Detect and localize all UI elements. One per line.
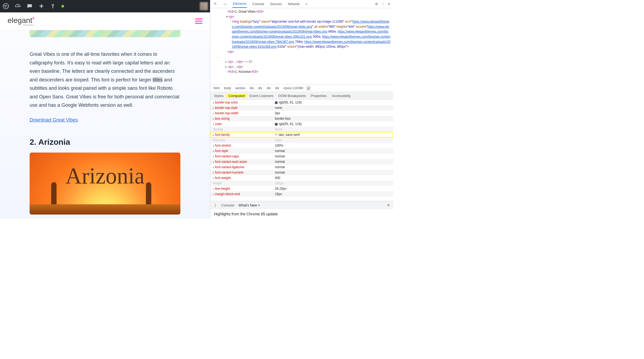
dom-node[interactable]: <h3>2. Arizonia</h3>	[216, 69, 391, 74]
pane-tab-styles[interactable]: Styles	[214, 94, 223, 98]
dashboard-icon[interactable]	[14, 2, 22, 10]
page-content: Great Vibes is one of the all-time favor…	[0, 30, 210, 219]
logo-text: elegant	[8, 16, 32, 25]
dom-node[interactable]: </p>	[216, 49, 391, 54]
breadcrumb[interactable]: html body section div div div div #post-…	[210, 84, 393, 92]
settings-icon[interactable]: ⚙	[375, 2, 378, 6]
tab-elements[interactable]: Elements	[232, 0, 247, 8]
crumb[interactable]: #post-110380	[282, 86, 305, 91]
devtools-toolbar: ⇱ ▭ Elements Console Sources Network » ⚙…	[210, 0, 393, 8]
dom-node[interactable]: ▸ <p>…</p>	[216, 64, 391, 70]
dom-node[interactable]: <h3>1. Great Vibes</h3>	[216, 9, 391, 14]
crumb[interactable]: div	[274, 86, 281, 91]
crumb[interactable]: section	[234, 86, 247, 91]
arizonia-script-text: Arizonia	[65, 163, 145, 189]
computed-styles-list[interactable]: border-top-colorrgb(55, 81, 116)border-t…	[210, 100, 393, 201]
tab-sources[interactable]: Sources	[270, 1, 282, 8]
ground-shape	[30, 204, 180, 215]
kebab-icon[interactable]: ⋮	[381, 2, 384, 6]
user-avatar[interactable]	[200, 2, 208, 10]
menu-burger-icon[interactable]	[195, 19, 202, 24]
computed-prop-font-variant-caps[interactable]: font-variant-capsnormal	[210, 154, 393, 159]
wp-logo-icon[interactable]	[2, 2, 10, 10]
download-link[interactable]: Download Great Vibes	[30, 117, 78, 123]
computed-prop-color[interactable]: colorrgb(55, 81, 116)	[210, 121, 393, 127]
crumb-current[interactable]: p	[306, 86, 311, 91]
highlighted-word: titles	[153, 77, 163, 82]
tab-console[interactable]: Console	[252, 1, 265, 8]
yoast-icon[interactable]	[50, 2, 57, 10]
computed-prop-font-variant-ligatures[interactable]: font-variant-ligaturesnormal	[210, 164, 393, 170]
crumb[interactable]: body	[222, 86, 233, 91]
wp-admin-bar: +	[0, 0, 210, 12]
logo-star-icon: *	[32, 16, 34, 22]
computed-prop-box-sizing[interactable]: box-sizingborder-box	[210, 116, 393, 121]
tabs-overflow[interactable]: »	[305, 1, 308, 8]
computed-prop-display[interactable]: displayblock	[210, 127, 393, 132]
crumb[interactable]: div	[248, 86, 256, 91]
pane-tab-computed[interactable]: Computed	[228, 94, 244, 98]
drawer-kebab-icon[interactable]: ⋮	[214, 203, 217, 207]
drawer-tab-console[interactable]: Console	[221, 203, 234, 207]
computed-prop-font-family[interactable]: font-family⟳lato, sans-serif	[210, 132, 393, 137]
arizonia-banner: Arizonia	[30, 153, 180, 215]
add-new-icon[interactable]: +	[38, 2, 45, 10]
status-dot-icon	[61, 5, 64, 8]
dom-node-selected[interactable]: ▸ <p>…</p> == $0	[216, 59, 391, 64]
crumb[interactable]: div	[257, 86, 264, 91]
computed-prop-font-size[interactable]: font-size15px	[210, 137, 393, 143]
crumb[interactable]: html	[212, 86, 221, 91]
devtools-drawer: ⋮ Console What's New × ✕ Highlights from…	[210, 201, 393, 219]
computed-prop-font-weight[interactable]: font-weight400	[210, 175, 393, 181]
paragraph-great-vibes: Great Vibes is one of the all-time favor…	[30, 50, 180, 110]
comments-icon[interactable]	[26, 2, 33, 10]
inspect-icon[interactable]: ⇱	[213, 2, 218, 6]
computed-prop-font-variant-numeric[interactable]: font-variant-numericnormal	[210, 170, 393, 175]
pane-tab-dom-breakpoints[interactable]: DOM Breakpoints	[278, 94, 306, 98]
computed-prop-font-variant-east-asian[interactable]: font-variant-east-asiannormal	[210, 159, 393, 164]
dom-node[interactable]: ▼<p>	[216, 14, 391, 19]
device-toggle-icon[interactable]: ▭	[223, 2, 228, 6]
crumb[interactable]: div	[265, 86, 272, 91]
computed-prop-margin-block-end[interactable]: margin-block-end15px	[210, 191, 393, 197]
drawer-tabs: ⋮ Console What's New × ✕	[210, 201, 393, 209]
dom-ellipsis[interactable]: …	[216, 54, 391, 59]
site-logo[interactable]: elegant* themes	[8, 16, 34, 26]
heading-arizonia: 2. Arizonia	[30, 137, 180, 147]
close-devtools-icon[interactable]: ✕	[388, 2, 390, 6]
pane-tab-accessibility[interactable]: Accessibility	[332, 94, 351, 98]
computed-prop-line-height[interactable]: line-height26.25px	[210, 186, 393, 191]
tab-network[interactable]: Network	[287, 1, 300, 8]
pane-tab-properties[interactable]: Properties	[311, 94, 327, 98]
dom-tree[interactable]: <h3>1. Great Vibes</h3> ▼<p> <img loadin…	[210, 8, 393, 84]
devtools-panel: ⇱ ▭ Elements Console Sources Network » ⚙…	[210, 0, 393, 219]
computed-prop-border-top-style[interactable]: border-top-stylenone	[210, 105, 393, 111]
close-drawer-icon[interactable]: ✕	[387, 203, 390, 207]
browser-page: + elegant* themes Great Vibes is one of …	[0, 0, 210, 219]
svg-point-0	[3, 4, 9, 9]
styles-pane-tabs: Styles Computed Event Listeners DOM Brea…	[210, 92, 393, 100]
pane-tab-event-listeners[interactable]: Event Listeners	[249, 94, 274, 98]
computed-prop-height[interactable]: height182px	[210, 181, 393, 186]
pattern-banner	[30, 30, 180, 37]
dom-node-img[interactable]: <img loading="lazy" class="aligncenter s…	[216, 19, 391, 49]
close-tab-icon[interactable]: ×	[258, 203, 260, 207]
site-header: elegant* themes	[0, 12, 210, 30]
computed-prop-border-top-color[interactable]: border-top-colorrgb(55, 81, 116)	[210, 100, 393, 105]
computed-prop-font-style[interactable]: font-stylenormal	[210, 148, 393, 154]
computed-prop-font-stretch[interactable]: font-stretch100%	[210, 143, 393, 148]
drawer-tab-whats-new[interactable]: What's New ×	[239, 203, 260, 207]
whats-new-headline: Highlights from the Chrome 85 update	[210, 209, 393, 219]
computed-prop-border-top-width[interactable]: border-top-width0px	[210, 111, 393, 116]
